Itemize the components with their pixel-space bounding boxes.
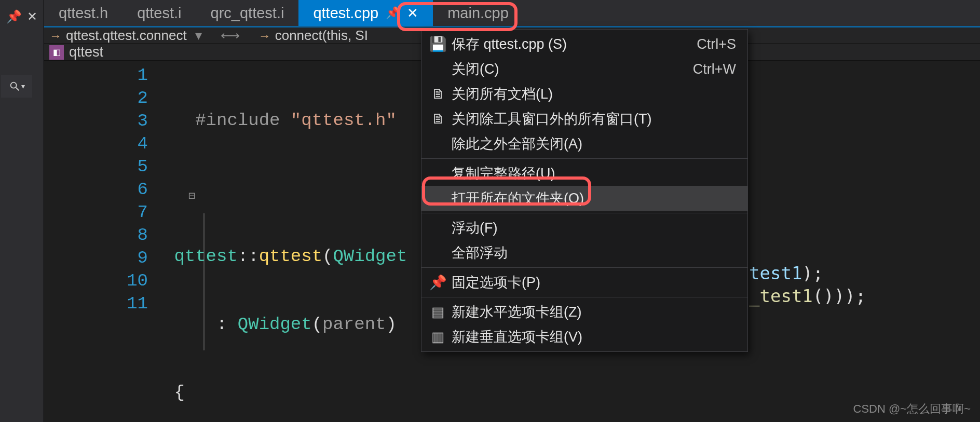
menu-separator xyxy=(421,267,747,268)
pin-icon[interactable]: 📌 xyxy=(6,9,22,24)
menu-label: 固定选项卡(P) xyxy=(448,273,736,292)
close-all-icon: 🗎 xyxy=(428,86,448,102)
tab-label: qrc_qttest.i xyxy=(211,5,284,22)
menu-close-others[interactable]: 除此之外全部关闭(A) xyxy=(421,131,747,156)
tab-context-menu: 💾 保存 qttest.cpp (S) Ctrl+S 关闭(C) Ctrl+W … xyxy=(421,29,748,352)
menu-copy-path[interactable]: 复制完整路径(U) xyxy=(421,161,747,186)
svg-point-0 xyxy=(10,83,16,88)
menu-close[interactable]: 关闭(C) Ctrl+W xyxy=(421,57,747,81)
menu-separator xyxy=(421,297,747,297)
nav-scope: qttest.qttest.connect xyxy=(66,28,187,44)
menu-pin-tab[interactable]: 📌 固定选项卡(P) xyxy=(421,270,747,295)
menu-float[interactable]: 浮动(F) xyxy=(421,215,747,240)
menu-label: 保存 qttest.cpp (S) xyxy=(448,35,697,53)
menu-close-others-windows[interactable]: 🗎 关闭除工具窗口外的所有窗口(T) xyxy=(421,106,747,131)
nav-arrow-icon: → xyxy=(49,29,62,43)
tab-qttest-h[interactable]: qttest.h xyxy=(44,0,122,26)
dropdown-icon[interactable]: ▾ xyxy=(195,28,202,44)
horizontal-split-icon: ▤ xyxy=(428,304,448,320)
tab-qrc-qttest-i[interactable]: qrc_qttest.i xyxy=(196,0,299,26)
class-icon: ◧ xyxy=(49,45,64,60)
menu-save[interactable]: 💾 保存 qttest.cpp (S) Ctrl+S xyxy=(421,32,747,57)
menu-label: 复制完整路径(U) xyxy=(448,164,736,183)
menu-label: 除此之外全部关闭(A) xyxy=(448,134,736,153)
tab-qttest-i[interactable]: qttest.i xyxy=(122,0,196,26)
search-button[interactable]: ▾ xyxy=(1,75,32,98)
menu-label: 浮动(F) xyxy=(448,219,736,237)
menu-separator xyxy=(421,213,747,213)
close-panel-icon[interactable]: ✕ xyxy=(27,9,37,24)
line-number-gutter: 123 456 789 1011 xyxy=(44,61,164,422)
pin-icon: 📌 xyxy=(428,274,448,291)
tab-main-cpp[interactable]: main.cpp xyxy=(433,0,523,26)
tab-label: main.cpp xyxy=(447,5,509,22)
menu-label: 打开所在的文件夹(O) xyxy=(448,189,736,208)
nav-signature: connect(this, SI xyxy=(275,28,368,44)
menu-new-horizontal-group[interactable]: ▤ 新建水平选项卡组(Z) xyxy=(421,300,747,324)
tab-label: qttest.i xyxy=(137,5,181,22)
menu-label: 关闭除工具窗口外的所有窗口(T) xyxy=(448,110,736,128)
menu-float-all[interactable]: 全部浮动 xyxy=(421,240,747,265)
save-icon: 💾 xyxy=(428,36,448,52)
menu-open-containing-folder[interactable]: 打开所在的文件夹(O) xyxy=(421,186,747,211)
tab-bar: qttest.h qttest.i qrc_qttest.i qttest.cp… xyxy=(44,0,980,28)
menu-close-all[interactable]: 🗎 关闭所有文档(L) xyxy=(421,81,747,106)
menu-separator xyxy=(421,158,747,159)
close-others-icon: 🗎 xyxy=(428,111,448,127)
pin-tab-icon[interactable]: 📌 xyxy=(386,6,400,20)
menu-label: 关闭(C) xyxy=(448,60,693,78)
menu-label: 关闭所有文档(L) xyxy=(448,85,736,103)
tab-label: qttest.h xyxy=(59,5,108,22)
tab-qttest-cpp[interactable]: qttest.cpp 📌 ✕ xyxy=(298,0,433,26)
tab-label: qttest.cpp xyxy=(313,5,378,22)
class-name: qttest xyxy=(69,44,103,60)
watermark: CSDN @~怎么回事啊~ xyxy=(853,401,971,417)
shortcut: Ctrl+W xyxy=(693,61,736,77)
menu-label: 全部浮动 xyxy=(448,243,736,262)
nav-arrow-icon: → xyxy=(258,29,271,43)
svg-line-1 xyxy=(16,88,19,91)
vertical-split-icon: ▥ xyxy=(428,329,448,345)
code-right-fragment: test1); _test1())); xyxy=(749,239,866,307)
menu-label: 新建垂直选项卡组(V) xyxy=(448,328,736,346)
side-gutter: 📌 ✕ ▾ xyxy=(0,0,44,422)
shortcut: Ctrl+S xyxy=(697,36,736,52)
close-tab-icon[interactable]: ✕ xyxy=(407,5,418,21)
menu-label: 新建水平选项卡组(Z) xyxy=(448,303,736,321)
menu-new-vertical-group[interactable]: ▥ 新建垂直选项卡组(V) xyxy=(421,324,747,349)
